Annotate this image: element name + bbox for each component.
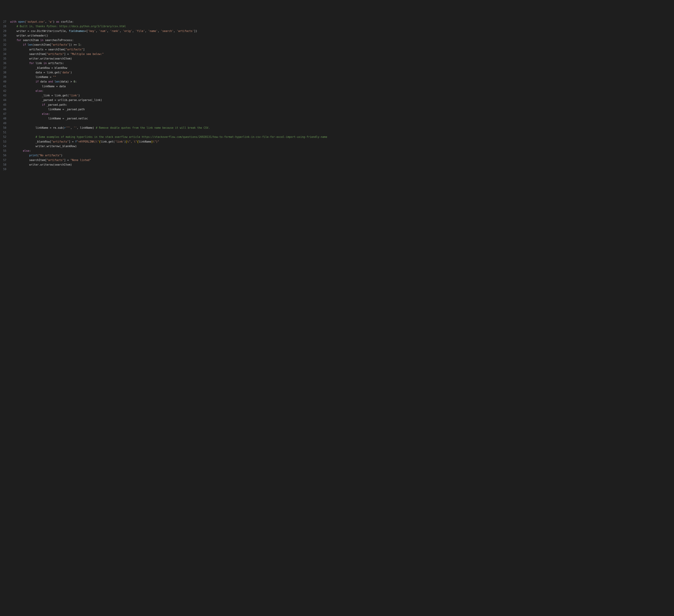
code-content[interactable]: linkName = _parsed.netloc xyxy=(10,116,90,121)
code-content[interactable]: writer.writerow(searchItem) xyxy=(10,163,74,167)
token-var: =[ xyxy=(85,29,88,33)
code-content[interactable]: linkName = re.sub(r'"', '', linkName) # … xyxy=(10,125,212,130)
token-var: ] xyxy=(83,48,85,51)
code-line[interactable]: 41 linkName = data xyxy=(0,84,674,89)
code-content[interactable]: else: xyxy=(10,148,33,153)
token-str: "artifacts" xyxy=(47,53,64,56)
token-var: link.get( xyxy=(101,140,115,143)
code-content[interactable]: writer.writerow(_blankRow) xyxy=(10,144,79,148)
token-var: searchItem[ xyxy=(29,53,46,56)
code-line[interactable]: 53 _blankRow["artifacts"] = f"=HYPERLINK… xyxy=(0,139,674,144)
code-content[interactable]: writer.writerow(searchItem) xyxy=(10,57,74,61)
code-content[interactable]: # Some examples of making hyperlinks in … xyxy=(10,135,329,139)
token-str: 'search' xyxy=(161,29,174,33)
code-content[interactable]: print("No artifacts") xyxy=(10,153,65,158)
code-line[interactable]: 35 writer.writerow(searchItem) xyxy=(0,57,674,61)
line-number: 57 xyxy=(0,158,10,163)
token-cmt: # Remove double quotes from the link nam… xyxy=(96,126,210,129)
code-content[interactable]: if len(searchItem["artifacts"]) >= 1: xyxy=(10,42,84,47)
code-content[interactable]: linkName = "" xyxy=(10,75,58,79)
code-content[interactable]: _link = link.get('link') xyxy=(10,93,82,98)
line-number: 38 xyxy=(0,70,10,75)
code-line[interactable]: 50 linkName = re.sub(r'"', '', linkName)… xyxy=(0,125,674,130)
token-var: _parsed = urllib.parse.urlparse(_link) xyxy=(42,99,102,102)
line-number: 33 xyxy=(0,47,10,52)
line-number: 54 xyxy=(0,144,10,148)
code-content[interactable]: linkName = _parsed.path xyxy=(10,107,87,112)
code-line[interactable]: 30 writer.writeheader() xyxy=(0,33,674,38)
code-line[interactable]: 57 searchItem["artifacts"] = "None liste… xyxy=(0,158,674,163)
code-content[interactable]: _blankRow["artifacts"] = f"=HYPERLINK(\"… xyxy=(10,139,161,144)
token-var: writer.writerow(searchItem) xyxy=(29,57,72,60)
token-var xyxy=(16,20,18,23)
code-line[interactable]: 33 artifacts = searchItem["artifacts"] xyxy=(0,47,674,52)
token-str: 'artifacts' xyxy=(177,29,194,33)
token-var: ) xyxy=(124,140,126,143)
token-str: "None listed" xyxy=(71,159,91,162)
code-line[interactable]: 39 linkName = "" xyxy=(0,75,674,79)
code-line[interactable]: 59 xyxy=(0,167,674,172)
code-content[interactable]: for searchItem in searchesToProcess: xyxy=(10,38,76,42)
code-line[interactable]: 54 writer.writerow(_blankRow) xyxy=(0,144,674,148)
code-line[interactable]: 49 xyxy=(0,121,674,125)
code-line[interactable]: 56 print("No artifacts") xyxy=(0,153,674,158)
code-line[interactable]: 38 data = link.get('data') xyxy=(0,70,674,75)
token-str: '' xyxy=(74,126,77,129)
code-content[interactable]: artifacts = searchItem["artifacts"] xyxy=(10,47,87,52)
code-content[interactable]: linkName = data xyxy=(10,84,68,89)
code-content[interactable]: _parsed = urllib.parse.urlparse(_link) xyxy=(10,98,104,102)
code-line[interactable]: 32 if len(searchItem["artifacts"]) >= 1: xyxy=(0,42,674,47)
code-content[interactable]: else: xyxy=(10,89,45,93)
token-var: ( xyxy=(37,154,39,157)
code-line[interactable]: 48 linkName = _parsed.netloc xyxy=(0,116,674,121)
code-content[interactable]: writer = csv.DictWriter(csvfile, fieldna… xyxy=(10,29,199,33)
token-var: linkName xyxy=(139,140,151,143)
code-line[interactable]: 40 if data and len(data) > 0: xyxy=(0,79,674,84)
code-content[interactable]: # Built in, thanks Python: https://docs.… xyxy=(10,24,128,29)
code-editor[interactable]: 27with open('output.csv', 'w') as csvfil… xyxy=(0,19,674,172)
token-str: 'num' xyxy=(99,29,107,33)
code-line[interactable]: 36 for link in artifacts: xyxy=(0,61,674,66)
code-content[interactable]: searchItem["artifacts"] = "Multiple see … xyxy=(10,52,106,57)
code-line[interactable]: 55 else: xyxy=(0,148,674,153)
code-line[interactable]: 58 writer.writerow(searchItem) xyxy=(0,163,674,167)
code-line[interactable]: 37 _blankRow = blankRow xyxy=(0,66,674,70)
code-content[interactable]: writer.writeheader() xyxy=(10,33,50,38)
code-line[interactable]: 29 writer = csv.DictWriter(csvfile, fiel… xyxy=(0,29,674,33)
code-line[interactable]: 44 _parsed = urllib.parse.urlparse(_link… xyxy=(0,98,674,102)
code-line[interactable]: 47 else: xyxy=(0,112,674,116)
code-content[interactable]: for link in artifacts: xyxy=(10,61,66,66)
token-brace: { xyxy=(99,140,101,143)
token-param: fieldnames xyxy=(69,29,85,33)
line-number: 52 xyxy=(0,135,10,139)
code-content[interactable]: if data and len(data) > 0: xyxy=(10,79,79,84)
line-number: 55 xyxy=(0,148,10,153)
code-line[interactable]: 43 _link = link.get('link') xyxy=(0,93,674,98)
code-line[interactable]: 42 else: xyxy=(0,89,674,93)
line-number: 43 xyxy=(0,93,10,98)
token-var: linkName = _parsed.path xyxy=(48,108,85,111)
code-content[interactable]: searchItem["artifacts"] = "None listed" xyxy=(10,158,93,163)
code-line[interactable]: 45 if _parsed.path: xyxy=(0,103,674,107)
code-content[interactable]: with open('output.csv', 'w') as csvfile: xyxy=(10,19,76,24)
code-content[interactable]: data = link.get('data') xyxy=(10,70,74,75)
token-brace: } xyxy=(151,140,153,143)
code-line[interactable]: 34 searchItem["artifacts"] = "Multiple s… xyxy=(0,52,674,57)
code-content[interactable]: _blankRow = blankRow xyxy=(10,66,69,70)
token-var: , xyxy=(45,20,48,23)
token-var: : xyxy=(42,89,43,93)
code-content[interactable]: if _parsed.path: xyxy=(10,103,69,107)
code-content[interactable]: else: xyxy=(10,112,52,116)
token-var: writer.writerow(_blankRow) xyxy=(36,145,77,148)
code-line[interactable]: 27with open('output.csv', 'w') as csvfil… xyxy=(0,19,674,24)
token-var: ) xyxy=(61,154,63,157)
code-line[interactable]: 46 linkName = _parsed.path xyxy=(0,107,674,112)
token-cmt: # Built in, thanks Python: https://docs.… xyxy=(16,25,126,28)
line-number: 59 xyxy=(0,167,10,172)
code-line[interactable]: 28 # Built in, thanks Python: https://do… xyxy=(0,24,674,29)
code-line[interactable]: 31 for searchItem in searchesToProcess: xyxy=(0,38,674,42)
token-num: 0 xyxy=(74,80,75,83)
code-line[interactable]: 51 xyxy=(0,130,674,135)
code-line[interactable]: 52 # Some examples of making hyperlinks … xyxy=(0,135,674,139)
token-kw: for xyxy=(29,62,34,65)
